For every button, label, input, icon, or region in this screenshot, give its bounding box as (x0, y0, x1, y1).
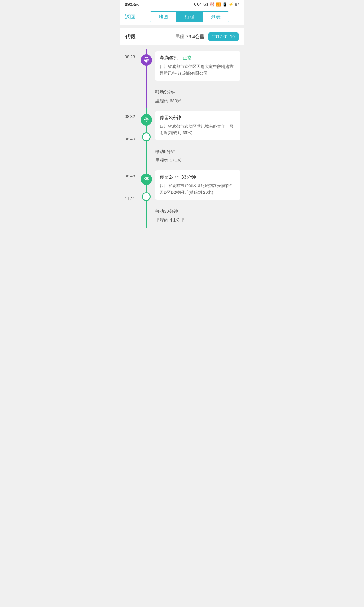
stop-addr-1: 四川省成都市武侯区世纪城南路天府软件园D区D2楼附近(精确到 29米) (160, 183, 236, 196)
info-bar: 代毅 里程 79.4公里 2017-01-10 (120, 28, 244, 45)
event-time-0: 08:23 (125, 54, 135, 59)
mileage-label: 里程 (175, 34, 184, 40)
stop-addr-0: 四川省成都市武侯区世纪城南路青年一号附近(精确到 35米) (160, 123, 236, 137)
move-segment-2: 移动30分钟 里程约:4.1公里 (120, 204, 244, 228)
move-distance-2: 里程约:4.1公里 (155, 216, 240, 224)
tab-list[interactable]: 列表 (203, 12, 229, 22)
battery-value: 87 (235, 2, 239, 7)
move-time-spacer-0 (120, 84, 139, 108)
stop-time-start-1: 08:48 (125, 174, 135, 178)
move-segment-1: 移动8分钟 里程约:171米 (120, 144, 244, 168)
stop-line-bot-1 (146, 201, 147, 204)
dot-0 (141, 54, 152, 66)
move-dot-col-2 (139, 204, 153, 228)
stop-time-col-0: 08:32 08:40 (120, 108, 139, 144)
wifi-icon: 📶 (216, 2, 221, 7)
nav-tabs: 地图 行程 列表 (150, 11, 229, 22)
stop-dot-end-0 (142, 132, 151, 141)
stop-line-top-0 (146, 108, 147, 114)
timeline: 08:23 考勤签到 (120, 46, 244, 231)
stop-time-col-1: 08:48 11:21 (120, 168, 139, 204)
tab-trip[interactable]: 行程 (177, 12, 203, 22)
driver-name: 代毅 (125, 34, 136, 40)
stop-line-bot-0 (146, 141, 147, 144)
nav-bar: 返回 地图 行程 列表 (120, 9, 244, 25)
event-card-0: 考勤签到 正常 四川省成都市武侯区天府大道中段辅路靠近腾讯科技(成都)有限公司 (155, 51, 240, 81)
move-dot-col-0 (139, 84, 153, 108)
move-line-2 (146, 204, 147, 228)
stop-card-1: 停留2小时33分钟 四川省成都市武侯区世纪城南路天府软件园D区D2楼附近(精确到… (155, 170, 240, 200)
status-infinity: ∞ (136, 2, 139, 7)
tab-map[interactable]: 地图 (150, 12, 177, 22)
line-bottom-0 (146, 66, 147, 84)
content-col-0: 考勤签到 正常 四川省成都市武侯区天府大道中段辅路靠近腾讯科技(成都)有限公司 (153, 49, 244, 84)
stop-content-0: 停留8分钟 四川省成都市武侯区世纪城南路青年一号附近(精确到 35米) (153, 108, 244, 144)
move-time-spacer-2 (120, 204, 139, 228)
line-top-0 (146, 49, 147, 54)
move-time-spacer-1 (120, 144, 139, 168)
move-content-1: 移动8分钟 里程约:171米 (153, 144, 244, 168)
stop-row-1: 08:48 11:21 停 停留2小时33分钟 四川省成都市武侯区世纪城南路天府… (120, 168, 244, 204)
stop-line-top-1 (146, 168, 147, 174)
move-dot-col-1 (139, 144, 153, 168)
stop-content-1: 停留2小时33分钟 四川省成都市武侯区世纪城南路天府软件园D区D2楼附近(精确到… (153, 168, 244, 204)
status-bar: 09:55 ∞ 0.04 K/s ⏰ 📶 📱 ⚡ 87 (120, 0, 244, 9)
stop-title-0: 停留8分钟 (160, 115, 236, 121)
stop-dot-col-1: 停 (139, 168, 153, 204)
mileage-value: 79.4公里 (186, 34, 204, 40)
back-button[interactable]: 返回 (125, 13, 136, 21)
status-time: 09:55 (125, 2, 136, 7)
charging-icon: ⚡ (229, 2, 234, 7)
status-right: 0.04 K/s ⏰ 📶 📱 ⚡ 87 (194, 2, 239, 7)
event-status-0: 正常 (183, 55, 192, 60)
stop-dot-end-1 (142, 192, 151, 201)
time-col-0: 08:23 (120, 49, 139, 84)
move-distance-1: 里程约:171米 (155, 156, 240, 165)
move-duration-0: 移动9分钟 (155, 88, 240, 96)
stop-title-1: 停留2小时33分钟 (160, 174, 236, 180)
move-segment-0: 移动9分钟 里程约:680米 (120, 84, 244, 108)
stop-line-mid-1 (146, 185, 147, 192)
stop-dot-col-0: 停 (139, 108, 153, 144)
move-line-0 (146, 84, 147, 108)
event-title-0: 考勤签到 正常 (160, 55, 236, 61)
move-line-1 (146, 144, 147, 168)
stop-dot-1: 停 (141, 174, 152, 185)
stop-time-start-0: 08:32 (125, 114, 135, 119)
status-speed: 0.04 K/s (194, 2, 208, 7)
stop-dot-0: 停 (141, 114, 152, 126)
stop-time-end-1: 11:21 (125, 196, 135, 201)
move-content-2: 移动30分钟 里程约:4.1公里 (153, 204, 244, 228)
signal-icon: 📱 (222, 2, 227, 7)
event-addr-0: 四川省成都市武侯区天府大道中段辅路靠近腾讯科技(成都)有限公司 (160, 64, 236, 77)
move-duration-2: 移动30分钟 (155, 207, 240, 216)
move-content-0: 移动9分钟 里程约:680米 (153, 84, 244, 108)
move-duration-1: 移动8分钟 (155, 147, 240, 156)
date-badge: 2017-01-10 (208, 32, 239, 41)
stop-card-0: 停留8分钟 四川省成都市武侯区世纪城南路青年一号附近(精确到 35米) (155, 111, 240, 140)
stop-row-0: 08:32 08:40 停 停留8分钟 四川省成都市武侯区世纪城南路青年一号附近… (120, 108, 244, 144)
dot-col-0 (139, 49, 153, 84)
move-distance-0: 里程约:680米 (155, 96, 240, 105)
stop-line-mid-0 (146, 126, 147, 133)
stop-time-end-0: 08:40 (125, 137, 135, 141)
timeline-event-0: 08:23 考勤签到 (120, 49, 244, 84)
alarm-icon: ⏰ (210, 2, 215, 7)
